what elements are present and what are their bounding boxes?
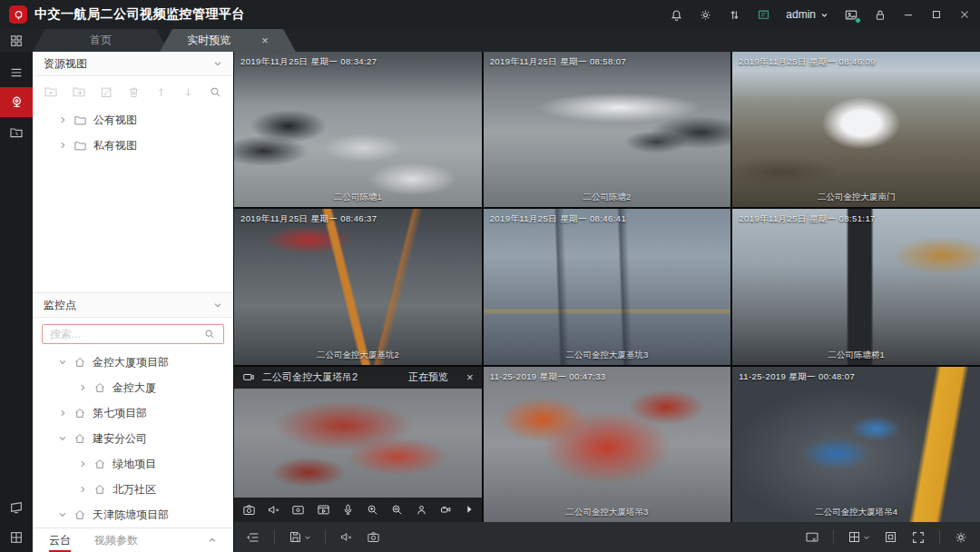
- lock-icon[interactable]: [874, 8, 887, 22]
- video-matrix-icon[interactable]: [757, 8, 770, 22]
- more-icon[interactable]: [465, 505, 474, 514]
- layout-grid-icon[interactable]: [0, 522, 33, 552]
- chevron-up-icon[interactable]: [208, 536, 217, 545]
- tree-item-site[interactable]: 北万社区: [33, 477, 233, 502]
- apps-grid-icon[interactable]: [0, 29, 33, 52]
- tree-item-site[interactable]: 绿地项目: [33, 451, 233, 477]
- chevron-right-icon[interactable]: [78, 383, 87, 392]
- video-cell-5[interactable]: 2019年11月25日 星期一 08:46:41 二公司金控大厦基坑3: [484, 209, 731, 364]
- tree-item-site[interactable]: 金控大厦项目部: [33, 350, 233, 375]
- tab-ptz[interactable]: 云台: [49, 528, 71, 552]
- tree-item-label: 金控大厦项目部: [93, 355, 169, 370]
- tab-ptz-label: 云台: [49, 533, 71, 548]
- resource-panel-header[interactable]: 资源视图: [33, 52, 233, 76]
- collapse-panel-icon[interactable]: [246, 530, 260, 545]
- tree-item-site[interactable]: 第七项目部: [33, 400, 233, 426]
- snapshot-all-icon[interactable]: [367, 530, 380, 544]
- tree-item-site[interactable]: 建安分公司: [33, 426, 233, 451]
- stop-all-icon[interactable]: [805, 530, 819, 545]
- move-up-icon[interactable]: [154, 85, 168, 99]
- mute-icon[interactable]: [267, 503, 280, 517]
- move-down-icon[interactable]: [181, 85, 195, 99]
- tab-home[interactable]: 首页: [33, 29, 169, 52]
- fullscreen-icon[interactable]: [911, 530, 926, 545]
- talk-mic-icon[interactable]: [341, 503, 355, 517]
- maximize-icon[interactable]: [930, 8, 943, 21]
- feed-timestamp: 2019年11月25日 星期一 08:46:41: [490, 213, 626, 225]
- chevron-down-icon[interactable]: [58, 358, 67, 367]
- tree-item-label: 公有视图: [93, 113, 137, 128]
- search-input[interactable]: [50, 328, 198, 340]
- search-box[interactable]: [42, 324, 224, 344]
- chevron-right-icon[interactable]: [78, 459, 87, 468]
- video-cell-2[interactable]: 2019年11月25日 星期一 08:58:07 二公司陈塘2: [484, 52, 731, 207]
- zoom-3d-icon[interactable]: [390, 503, 404, 517]
- preset-icon[interactable]: [415, 503, 428, 517]
- close-feed-icon[interactable]: ×: [466, 371, 474, 383]
- video-cell-3[interactable]: 2019年11月25日 星期一 08:46:09 二公司金控大厦南门: [732, 52, 980, 207]
- monitor-tree: 金控大厦项目部 金控大厦 第七项目部 建安分公司: [33, 348, 233, 527]
- record-icon[interactable]: [291, 503, 305, 517]
- video-cell-4[interactable]: 2019年11月25日 星期一 08:46:37 二公司金控大厦基坑2: [234, 209, 482, 364]
- mute-all-icon[interactable]: [339, 530, 353, 544]
- user-name: admin: [786, 8, 816, 21]
- chevron-right-icon[interactable]: [58, 141, 67, 150]
- video-wall-icon[interactable]: [0, 492, 33, 522]
- video-cell-1[interactable]: 2019年11月25日 星期一 08:34:27 二公司陈塘1: [234, 52, 482, 207]
- add-folder-icon[interactable]: [44, 84, 58, 99]
- avatar-online-icon[interactable]: [844, 8, 858, 22]
- tab-close-icon[interactable]: ×: [261, 34, 269, 46]
- minimize-icon[interactable]: [902, 8, 915, 21]
- feed-timestamp: 11-25-2019 星期一 00:48:07: [739, 371, 855, 383]
- save-view-icon[interactable]: [289, 530, 311, 544]
- chevron-right-icon[interactable]: [58, 409, 67, 418]
- tab-video-params[interactable]: 视频参数: [94, 528, 138, 552]
- chevron-right-icon[interactable]: [78, 485, 87, 494]
- instant-playback-icon[interactable]: [317, 503, 330, 517]
- user-menu[interactable]: admin: [786, 8, 828, 21]
- zoom-in-icon[interactable]: [366, 503, 379, 517]
- transfer-arrows-icon[interactable]: [728, 8, 741, 22]
- sidebar: 资源视图: [33, 52, 234, 552]
- chevron-down-icon[interactable]: [58, 510, 67, 519]
- chevron-collapse-icon[interactable]: [213, 59, 222, 68]
- tab-bar: 首页 实时预览 ×: [0, 29, 980, 52]
- snapshot-icon[interactable]: [242, 503, 256, 517]
- edit-icon[interactable]: [100, 85, 113, 99]
- video-cell-6[interactable]: 2019年11月25日 星期一 08:51:17 二公司陈塘桥1: [732, 209, 980, 364]
- bell-icon[interactable]: [670, 8, 683, 22]
- tree-item-site[interactable]: 天津陈塘项目部: [33, 502, 233, 527]
- settings-gear-icon[interactable]: [699, 8, 712, 22]
- toolbar-divider: [274, 530, 275, 544]
- chevron-right-icon[interactable]: [58, 115, 67, 124]
- home-icon: [74, 407, 86, 419]
- tree-item-site[interactable]: 金控大厦: [33, 375, 233, 400]
- app-window: 中交一航局二公司视频监控管理平台 admin: [0, 0, 980, 552]
- tab-video-params-label: 视频参数: [94, 533, 138, 548]
- delete-icon[interactable]: [127, 85, 141, 99]
- chevron-down-icon[interactable]: [58, 434, 67, 443]
- tree-item-private-views[interactable]: 私有视图: [33, 133, 233, 158]
- video-cell-8[interactable]: 11-25-2019 星期一 00:47:33 二公司金控大厦塔吊3: [484, 367, 731, 522]
- close-icon[interactable]: [958, 8, 971, 21]
- ptz-icon[interactable]: [439, 503, 453, 517]
- playback-folder-icon[interactable]: [0, 117, 33, 147]
- tree-item-public-views[interactable]: 公有视图: [33, 107, 233, 133]
- search-icon[interactable]: [209, 85, 222, 99]
- add-view-icon[interactable]: [72, 84, 86, 99]
- video-cell-7-selected[interactable]: 二公司金控大厦塔吊2 正在预览 ×: [234, 367, 482, 522]
- menu-icon[interactable]: [0, 57, 33, 87]
- single-screen-icon[interactable]: [884, 530, 897, 544]
- video-cell-9[interactable]: 11-25-2019 星期一 00:48:07 二公司金控大厦塔吊4: [732, 367, 980, 522]
- monitor-panel-header[interactable]: 监控点: [33, 293, 233, 318]
- chevron-collapse-icon[interactable]: [213, 301, 222, 310]
- feed-camera-label: 二公司陈塘2: [484, 192, 731, 203]
- settings-icon[interactable]: [954, 530, 968, 545]
- feed-status: 正在预览: [408, 370, 448, 384]
- feed-toolbar: [234, 498, 482, 522]
- grid-layout-icon[interactable]: [848, 530, 870, 544]
- tab-live-preview[interactable]: 实时预览 ×: [160, 29, 296, 52]
- folder-icon: [74, 139, 87, 153]
- live-camera-icon[interactable]: [0, 87, 33, 117]
- search-icon[interactable]: [203, 328, 216, 340]
